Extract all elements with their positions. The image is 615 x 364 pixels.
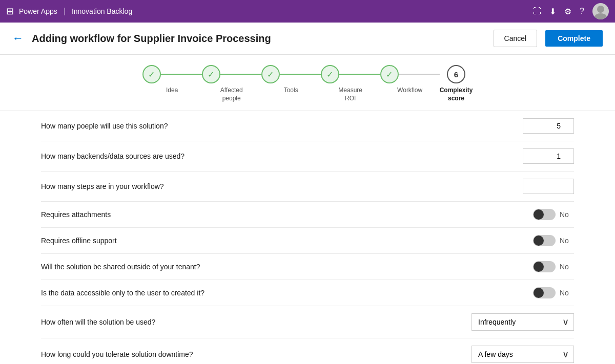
toggle-offline[interactable] [533,235,556,246]
control-downtime: A few days A few hours Less than an hour… [471,346,574,363]
row-usage-freq: How often will the solution be used? Inf… [41,306,574,338]
control-data-access: No [533,287,574,298]
label-data-access: Is the data accessible only to the user … [41,289,525,297]
step-circle-measure: ✓ [321,65,339,83]
toggle-shared[interactable] [533,261,556,272]
step-circle-tools: ✓ [261,65,280,83]
step-circle-idea: ✓ [142,65,161,83]
user-avatar[interactable] [592,3,609,19]
label-downtime: How long could you tolerate solution dow… [41,350,463,358]
control-offline: No [533,235,574,246]
row-backends-count: How many backends/data sources are used? [41,141,574,172]
toggle-attachments[interactable] [533,209,556,220]
step-label-idea: Idea [166,87,178,95]
label-backends-count: How many backends/data sources are used? [41,152,515,160]
svg-point-1 [594,13,607,19]
control-steps-count [523,179,574,194]
control-attachments: No [533,209,574,220]
label-people-count: How many poeple will use this solution? [41,122,515,130]
control-backends-count [523,148,574,164]
input-people-count[interactable] [523,118,574,134]
row-shared: Will the solution be shared outside of y… [41,254,574,280]
grid-icon[interactable]: ⊞ [6,6,14,17]
step-line-4 [339,74,380,75]
topbar: ⊞ Power Apps | Innovation Backlog ⛶ ⬇ ⚙ … [0,0,615,23]
step-line-5 [399,74,440,75]
step-label-tools: Tools [284,87,298,95]
row-attachments: Requires attachments No [41,202,574,228]
topbar-right-actions: ⛶ ⬇ ⚙ ? [533,3,609,19]
steps-progress-bar: ✓ Idea ✓ Affectedpeople ✓ Tools ✓ [0,55,615,111]
step-label-complexity: Complexityscore [440,87,473,102]
step-measure: ✓ MeasureROI [321,65,380,102]
toggle-knob-attachments [534,209,544,220]
cancel-button[interactable]: Cancel [494,30,538,47]
select-downtime[interactable]: A few days A few hours Less than an hour… [471,346,574,363]
input-backends-count[interactable] [523,148,574,164]
step-label-measure: MeasureROI [338,87,362,102]
select-usage-freq[interactable]: Infrequently Occasionally Frequently Dai… [471,313,574,331]
dropdown-wrap-usage-freq: Infrequently Occasionally Frequently Dai… [471,313,574,331]
step-tools: ✓ Tools [261,65,321,95]
control-people-count [523,118,574,134]
step-circle-complexity: 6 [447,65,465,83]
row-downtime: How long could you tolerate solution dow… [41,338,574,364]
download-icon[interactable]: ⬇ [549,7,556,16]
toggle-knob-shared [534,262,544,272]
dropdown-wrap-downtime: A few days A few hours Less than an hour… [471,346,574,363]
step-circle-affected: ✓ [202,65,220,83]
help-icon[interactable]: ? [580,7,584,16]
toggle-label-attachments: No [560,210,574,219]
step-line-1 [161,74,202,75]
step-label-affected: Affectedpeople [220,87,243,102]
screen-icon[interactable]: ⛶ [533,7,541,16]
control-shared: No [533,261,574,272]
svg-point-0 [597,6,604,13]
row-people-count: How many poeple will use this solution? [41,111,574,141]
step-workflow: ✓ Workflow [380,65,440,95]
toggle-knob-data-access [534,288,544,298]
control-usage-freq: Infrequently Occasionally Frequently Dai… [471,313,574,331]
step-line-2 [220,74,261,75]
step-circle-workflow: ✓ [380,65,399,83]
row-offline: Requires offline support No [41,228,574,254]
label-offline: Requires offline support [41,237,525,245]
step-label-workflow: Workflow [397,87,422,95]
form-area: How many poeple will use this solution? … [0,111,615,364]
step-line-3 [280,74,321,75]
step-complexity: 6 Complexityscore [440,65,473,102]
step-affected: ✓ Affectedpeople [202,65,261,102]
row-steps-count: How many steps are in your workflow? [41,172,574,202]
label-shared: Will the solution be shared outside of y… [41,263,525,271]
page-title: Adding workflow for Supplier Invoice Pro… [32,33,485,45]
toggle-label-data-access: No [560,289,574,297]
topbar-separator: | [64,7,66,16]
toggle-knob-offline [534,235,544,246]
back-button[interactable]: ← [12,32,24,45]
toggle-label-shared: No [560,263,574,271]
input-steps-count[interactable] [523,179,574,194]
label-usage-freq: How often will the solution be used? [41,318,463,326]
toggle-label-offline: No [560,237,574,245]
page-header: ← Adding workflow for Supplier Invoice P… [0,23,615,55]
row-data-access: Is the data accessible only to the user … [41,280,574,306]
app-name: Power Apps [19,7,57,15]
settings-icon[interactable]: ⚙ [564,7,571,16]
label-steps-count: How many steps are in your workflow? [41,182,515,190]
complete-button[interactable]: Complete [545,30,603,47]
label-attachments: Requires attachments [41,210,525,219]
module-name: Innovation Backlog [72,7,132,15]
toggle-data-access[interactable] [533,287,556,298]
step-idea: ✓ Idea [142,65,202,95]
